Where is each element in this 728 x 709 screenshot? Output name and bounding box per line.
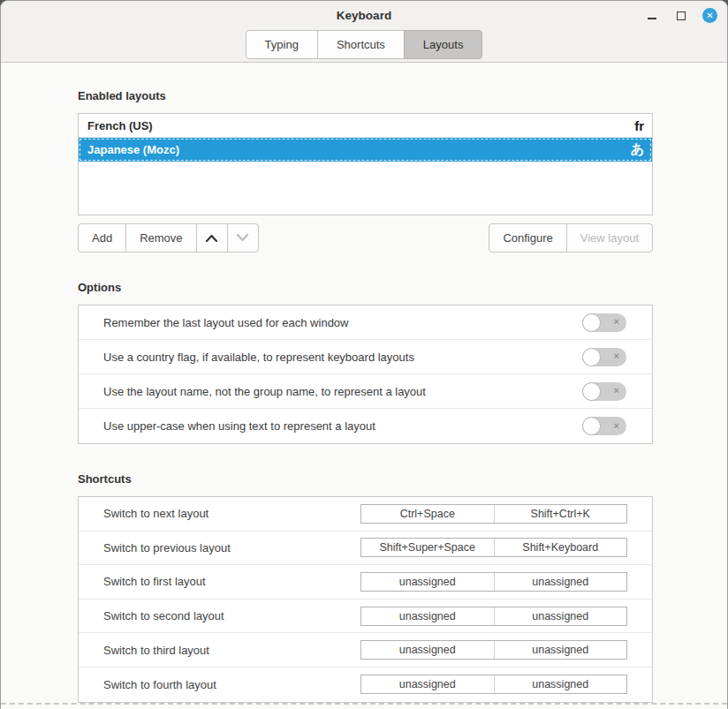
keybinding-group: Shift+Super+Space Shift+Keyboard [360, 538, 627, 557]
move-down-button[interactable] [227, 223, 259, 253]
shortcut-label: Switch to previous layout [103, 541, 360, 554]
chevron-down-icon [236, 234, 249, 242]
list-item-japanese[interactable]: Japanese (Mozc) あ [79, 138, 652, 162]
toggle-knob [582, 382, 601, 401]
shortcuts-heading: Shortcuts [78, 472, 727, 486]
keybinding-button[interactable]: unassigned [361, 573, 494, 591]
option-row-country-flag: Use a country flag, if available, to rep… [79, 340, 652, 374]
maximize-icon [677, 11, 686, 20]
tab-shortcuts[interactable]: Shortcuts [317, 30, 405, 59]
toggle-switch-layout-name[interactable]: × [582, 382, 626, 401]
keybinding-button[interactable]: Shift+Super+Space [361, 539, 494, 556]
shortcut-row-second-layout: Switch to second layout unassigned unass… [79, 600, 652, 634]
shortcut-label: Switch to fourth layout [103, 678, 360, 691]
keybinding-group: unassigned unassigned [360, 640, 627, 660]
shortcut-label: Switch to first layout [103, 575, 360, 588]
remove-button[interactable]: Remove [125, 223, 196, 253]
shortcut-row-next-layout: Switch to next layout Ctrl+Space Shift+C… [79, 497, 652, 532]
layout-list-toolbar: Add Remove Configure View layout [78, 223, 653, 253]
toggle-switch-remember-layout[interactable]: × [582, 313, 626, 332]
toggle-switch-country-flag[interactable]: × [582, 348, 626, 366]
shortcut-row-previous-layout: Switch to previous layout Shift+Super+Sp… [79, 532, 652, 566]
add-button[interactable]: Add [78, 223, 126, 253]
layout-name: French (US) [87, 119, 634, 132]
layout-name: Japanese (Mozc) [87, 143, 631, 156]
toggle-off-icon: × [614, 386, 619, 396]
option-label: Remember the last layout used for each w… [103, 316, 582, 329]
toggle-off-icon: × [614, 351, 619, 361]
keybinding-group: unassigned unassigned [360, 572, 627, 592]
keybinding-button[interactable]: unassigned [361, 675, 494, 693]
keybinding-button[interactable]: Ctrl+Space [361, 505, 494, 523]
keybinding-button[interactable]: unassigned [494, 573, 627, 591]
view-layout-button[interactable]: View layout [566, 223, 653, 253]
keybinding-button[interactable]: unassigned [494, 641, 627, 659]
keyboard-settings-window: Keyboard ✕ Typing Shortcuts Layouts Enab… [0, 0, 728, 709]
layout-indicator-badge: fr [634, 118, 644, 133]
shortcuts-panel: Switch to next layout Ctrl+Space Shift+C… [78, 496, 653, 703]
chevron-up-icon [205, 234, 218, 242]
minimize-button[interactable] [644, 8, 659, 23]
options-panel: Remember the last layout used for each w… [78, 305, 653, 444]
shortcut-row-first-layout: Switch to first layout unassigned unassi… [79, 565, 652, 600]
option-row-upper-case: Use upper-case when using text to repres… [79, 409, 652, 443]
shortcut-row-third-layout: Switch to third layout unassigned unassi… [79, 633, 652, 668]
option-row-layout-name: Use the layout name, not the group name,… [79, 374, 652, 409]
keybinding-button[interactable]: unassigned [494, 607, 627, 625]
shortcut-label: Switch to second layout [103, 609, 360, 622]
layout-indicator-badge: あ [631, 141, 644, 158]
list-item-french[interactable]: French (US) fr [79, 114, 652, 138]
layouts-page: Enabled layouts French (US) fr Japanese … [1, 63, 727, 703]
list-edit-button-group: Add Remove [78, 223, 259, 253]
move-up-button[interactable] [196, 223, 228, 253]
keybinding-group: unassigned unassigned [360, 607, 627, 626]
option-label: Use upper-case when using text to repres… [103, 419, 582, 433]
toggle-knob [582, 313, 601, 332]
option-row-remember-layout: Remember the last layout used for each w… [79, 305, 652, 340]
toggle-knob [582, 417, 601, 435]
configure-button[interactable]: Configure [489, 223, 566, 253]
tab-typing[interactable]: Typing [246, 30, 318, 59]
tab-bar: Typing Shortcuts Layouts [1, 30, 727, 59]
enabled-layouts-heading: Enabled layouts [78, 89, 727, 102]
tab-layouts[interactable]: Layouts [404, 30, 483, 59]
toggle-off-icon: × [614, 421, 619, 431]
close-button[interactable]: ✕ [702, 8, 717, 23]
maximize-button[interactable] [673, 8, 688, 23]
scroll-boundary-dashed-divider [1, 703, 727, 705]
toggle-knob [582, 348, 601, 366]
shortcut-label: Switch to third layout [103, 644, 360, 657]
window-title: Keyboard [337, 9, 391, 22]
option-label: Use a country flag, if available, to rep… [103, 351, 582, 364]
keybinding-group: unassigned unassigned [360, 675, 627, 694]
keybinding-button[interactable]: Shift+Keyboard [494, 539, 627, 556]
minimize-icon [648, 18, 656, 19]
options-heading: Options [78, 281, 727, 294]
option-label: Use the layout name, not the group name,… [103, 385, 582, 398]
close-icon: ✕ [706, 11, 713, 20]
toggle-off-icon: × [614, 317, 619, 327]
keybinding-group: Ctrl+Space Shift+Ctrl+K [360, 504, 627, 524]
enabled-layouts-list: French (US) fr Japanese (Mozc) あ [78, 113, 653, 215]
toggle-switch-upper-case[interactable]: × [582, 417, 626, 435]
keybinding-button[interactable]: unassigned [361, 607, 494, 625]
titlebar: Keyboard ✕ [1, 1, 727, 30]
shortcut-label: Switch to next layout [103, 507, 360, 520]
keybinding-button[interactable]: Shift+Ctrl+K [494, 505, 627, 523]
shortcut-row-fourth-layout: Switch to fourth layout unassigned unass… [79, 668, 652, 702]
keybinding-button[interactable]: unassigned [361, 641, 494, 659]
header-bar: Keyboard ✕ Typing Shortcuts Layouts [1, 1, 727, 63]
layout-action-button-group: Configure View layout [489, 223, 653, 253]
keybinding-button[interactable]: unassigned [494, 675, 627, 693]
window-controls: ✕ [644, 1, 717, 30]
